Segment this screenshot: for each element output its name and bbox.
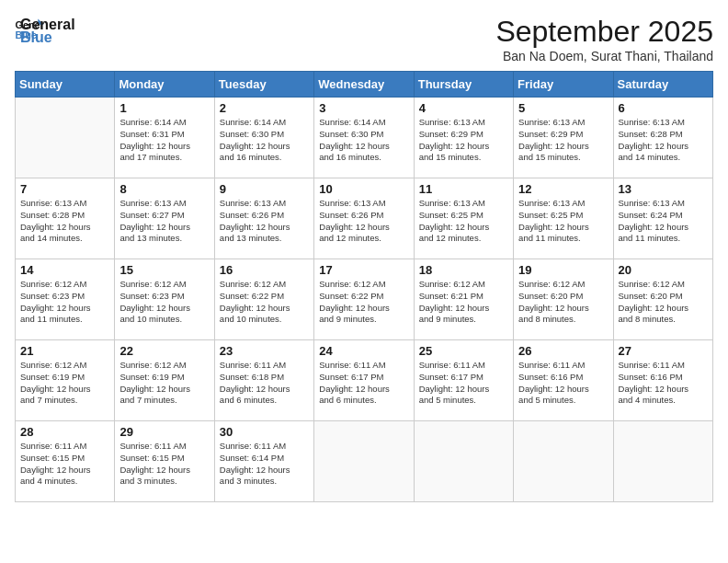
calendar-cell: 24Sunrise: 6:11 AM Sunset: 6:17 PM Dayli… — [314, 340, 414, 421]
day-info: Sunrise: 6:12 AM Sunset: 6:22 PM Dayligh… — [319, 279, 408, 326]
day-number: 22 — [119, 344, 209, 358]
calendar-cell: 26Sunrise: 6:11 AM Sunset: 6:16 PM Dayli… — [514, 340, 613, 421]
day-header-saturday: Saturday — [613, 72, 712, 98]
day-number: 3 — [319, 101, 408, 115]
calendar-cell: 6Sunrise: 6:13 AM Sunset: 6:28 PM Daylig… — [613, 98, 712, 178]
day-info: Sunrise: 6:13 AM Sunset: 6:28 PM Dayligh… — [20, 198, 109, 245]
day-number: 13 — [619, 182, 708, 196]
week-row-4: 21Sunrise: 6:12 AM Sunset: 6:19 PM Dayli… — [16, 340, 713, 421]
calendar-cell: 2Sunrise: 6:14 AM Sunset: 6:30 PM Daylig… — [214, 98, 313, 178]
day-number: 7 — [20, 182, 109, 196]
day-header-friday: Friday — [514, 72, 613, 98]
day-number: 17 — [319, 263, 408, 277]
day-number: 23 — [220, 344, 309, 358]
day-info: Sunrise: 6:11 AM Sunset: 6:17 PM Dayligh… — [419, 360, 508, 407]
day-info: Sunrise: 6:14 AM Sunset: 6:30 PM Dayligh… — [319, 117, 408, 164]
calendar-cell: 21Sunrise: 6:12 AM Sunset: 6:19 PM Dayli… — [16, 340, 115, 421]
calendar-cell: 29Sunrise: 6:11 AM Sunset: 6:15 PM Dayli… — [115, 421, 214, 502]
logo: General Blue General Blue — [15, 15, 75, 46]
day-info: Sunrise: 6:12 AM Sunset: 6:23 PM Dayligh… — [119, 279, 209, 326]
day-number: 16 — [220, 263, 309, 277]
title-block: September 2025 Ban Na Doem, Surat Thani,… — [495, 15, 713, 63]
day-number: 20 — [619, 263, 708, 277]
day-info: Sunrise: 6:11 AM Sunset: 6:17 PM Dayligh… — [319, 360, 408, 407]
day-info: Sunrise: 6:13 AM Sunset: 6:24 PM Dayligh… — [619, 198, 708, 245]
calendar-cell: 1Sunrise: 6:14 AM Sunset: 6:31 PM Daylig… — [115, 98, 214, 178]
day-number: 5 — [518, 101, 608, 115]
day-info: Sunrise: 6:13 AM Sunset: 6:29 PM Dayligh… — [518, 117, 608, 164]
day-header-monday: Monday — [115, 72, 214, 98]
calendar-cell: 4Sunrise: 6:13 AM Sunset: 6:29 PM Daylig… — [414, 98, 513, 178]
day-number: 10 — [319, 182, 408, 196]
calendar-table: SundayMondayTuesdayWednesdayThursdayFrid… — [15, 71, 713, 502]
day-info: Sunrise: 6:12 AM Sunset: 6:19 PM Dayligh… — [119, 360, 209, 407]
day-number: 25 — [419, 344, 508, 358]
day-info: Sunrise: 6:12 AM Sunset: 6:21 PM Dayligh… — [419, 279, 508, 326]
day-info: Sunrise: 6:13 AM Sunset: 6:25 PM Dayligh… — [518, 198, 608, 245]
day-number: 19 — [518, 263, 608, 277]
day-number: 14 — [20, 263, 109, 277]
location-subtitle: Ban Na Doem, Surat Thani, Thailand — [495, 49, 713, 63]
day-number: 30 — [220, 425, 309, 439]
page-header: General Blue General Blue September 2025… — [15, 15, 713, 63]
day-number: 2 — [220, 101, 309, 115]
calendar-cell: 30Sunrise: 6:11 AM Sunset: 6:14 PM Dayli… — [214, 421, 313, 502]
calendar-cell — [613, 421, 712, 502]
calendar-cell: 13Sunrise: 6:13 AM Sunset: 6:24 PM Dayli… — [613, 178, 712, 259]
calendar-cell: 5Sunrise: 6:13 AM Sunset: 6:29 PM Daylig… — [514, 98, 613, 178]
day-number: 9 — [220, 182, 309, 196]
calendar-cell: 18Sunrise: 6:12 AM Sunset: 6:21 PM Dayli… — [414, 259, 513, 340]
day-info: Sunrise: 6:13 AM Sunset: 6:28 PM Dayligh… — [619, 117, 708, 164]
calendar-cell: 27Sunrise: 6:11 AM Sunset: 6:16 PM Dayli… — [613, 340, 712, 421]
calendar-cell: 20Sunrise: 6:12 AM Sunset: 6:20 PM Dayli… — [613, 259, 712, 340]
calendar-cell — [314, 421, 414, 502]
day-info: Sunrise: 6:11 AM Sunset: 6:16 PM Dayligh… — [619, 360, 708, 407]
calendar-cell — [16, 98, 115, 178]
calendar-header-row: SundayMondayTuesdayWednesdayThursdayFrid… — [16, 72, 713, 98]
calendar-cell: 16Sunrise: 6:12 AM Sunset: 6:22 PM Dayli… — [214, 259, 313, 340]
calendar-cell: 23Sunrise: 6:11 AM Sunset: 6:18 PM Dayli… — [214, 340, 313, 421]
calendar-cell: 8Sunrise: 6:13 AM Sunset: 6:27 PM Daylig… — [115, 178, 214, 259]
calendar-cell: 11Sunrise: 6:13 AM Sunset: 6:25 PM Dayli… — [414, 178, 513, 259]
day-number: 8 — [119, 182, 209, 196]
day-number: 1 — [119, 101, 209, 115]
day-number: 6 — [619, 101, 708, 115]
calendar-cell: 22Sunrise: 6:12 AM Sunset: 6:19 PM Dayli… — [115, 340, 214, 421]
calendar-cell: 12Sunrise: 6:13 AM Sunset: 6:25 PM Dayli… — [514, 178, 613, 259]
week-row-3: 14Sunrise: 6:12 AM Sunset: 6:23 PM Dayli… — [16, 259, 713, 340]
day-number: 29 — [119, 425, 209, 439]
day-info: Sunrise: 6:11 AM Sunset: 6:18 PM Dayligh… — [220, 360, 309, 407]
calendar-cell: 28Sunrise: 6:11 AM Sunset: 6:15 PM Dayli… — [16, 421, 115, 502]
day-info: Sunrise: 6:11 AM Sunset: 6:14 PM Dayligh… — [220, 441, 309, 488]
calendar-cell — [514, 421, 613, 502]
calendar-cell: 3Sunrise: 6:14 AM Sunset: 6:30 PM Daylig… — [314, 98, 414, 178]
month-title: September 2025 — [495, 15, 713, 49]
calendar-cell: 19Sunrise: 6:12 AM Sunset: 6:20 PM Dayli… — [514, 259, 613, 340]
day-info: Sunrise: 6:13 AM Sunset: 6:27 PM Dayligh… — [119, 198, 209, 245]
calendar-cell: 14Sunrise: 6:12 AM Sunset: 6:23 PM Dayli… — [16, 259, 115, 340]
day-header-thursday: Thursday — [414, 72, 513, 98]
day-info: Sunrise: 6:12 AM Sunset: 6:19 PM Dayligh… — [20, 360, 109, 407]
day-info: Sunrise: 6:13 AM Sunset: 6:26 PM Dayligh… — [220, 198, 309, 245]
day-info: Sunrise: 6:14 AM Sunset: 6:31 PM Dayligh… — [119, 117, 209, 164]
day-header-wednesday: Wednesday — [314, 72, 414, 98]
day-number: 18 — [419, 263, 508, 277]
day-info: Sunrise: 6:11 AM Sunset: 6:15 PM Dayligh… — [119, 441, 209, 488]
logo-blue: Blue — [20, 29, 75, 46]
day-number: 11 — [419, 182, 508, 196]
day-info: Sunrise: 6:12 AM Sunset: 6:23 PM Dayligh… — [20, 279, 109, 326]
day-info: Sunrise: 6:12 AM Sunset: 6:20 PM Dayligh… — [518, 279, 608, 326]
day-number: 26 — [518, 344, 608, 358]
day-number: 4 — [419, 101, 508, 115]
day-header-sunday: Sunday — [16, 72, 115, 98]
day-number: 24 — [319, 344, 408, 358]
day-number: 27 — [619, 344, 708, 358]
day-info: Sunrise: 6:11 AM Sunset: 6:15 PM Dayligh… — [20, 441, 109, 488]
week-row-1: 1Sunrise: 6:14 AM Sunset: 6:31 PM Daylig… — [16, 98, 713, 178]
day-info: Sunrise: 6:12 AM Sunset: 6:20 PM Dayligh… — [619, 279, 708, 326]
calendar-cell: 7Sunrise: 6:13 AM Sunset: 6:28 PM Daylig… — [16, 178, 115, 259]
day-info: Sunrise: 6:13 AM Sunset: 6:26 PM Dayligh… — [319, 198, 408, 245]
day-info: Sunrise: 6:12 AM Sunset: 6:22 PM Dayligh… — [220, 279, 309, 326]
day-info: Sunrise: 6:11 AM Sunset: 6:16 PM Dayligh… — [518, 360, 608, 407]
day-number: 28 — [20, 425, 109, 439]
